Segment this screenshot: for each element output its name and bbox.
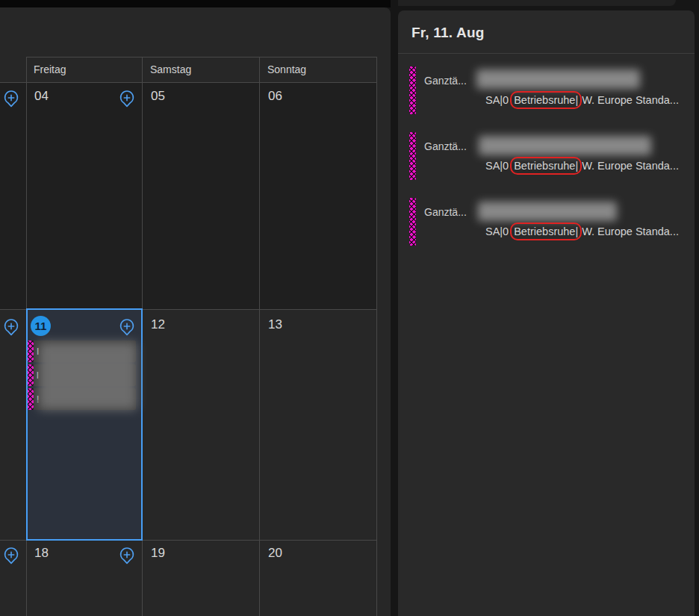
top-toolbar-strip	[0, 0, 391, 7]
event-detail-line: SA|0Betriebsruhe|W. Europe Standa...	[485, 157, 679, 175]
selected-date-badge[interactable]: 11	[31, 316, 51, 336]
add-event-button[interactable]	[119, 90, 134, 108]
detail-suffix: W. Europe Standa...	[582, 94, 679, 106]
highlighted-term: Betriebsruhe|	[510, 223, 582, 240]
detail-suffix: W. Europe Standa...	[582, 160, 679, 172]
top-panel-strip	[398, 0, 676, 6]
day-number: 18	[34, 546, 49, 561]
highlighted-term: Betriebsruhe|	[510, 91, 582, 109]
event-title-fragment: l	[37, 370, 39, 381]
column-header-sunday: Sonntag	[267, 62, 306, 77]
calendar-event-pill[interactable]: !	[28, 388, 136, 410]
category-pink-bar	[28, 364, 34, 386]
all-day-label: Ganztä...	[424, 140, 470, 153]
event-title-fragment: I	[37, 346, 39, 357]
day-number: 19	[151, 546, 165, 561]
dimmed-week-row	[0, 82, 377, 309]
category-pink-bar	[409, 198, 416, 246]
event-title-fragment: !	[37, 394, 39, 405]
add-event-button[interactable]	[119, 547, 134, 565]
add-event-button[interactable]	[4, 547, 19, 565]
agenda-divider	[398, 53, 695, 54]
grid-line	[259, 57, 260, 616]
detail-suffix: W. Europe Standa...	[582, 225, 679, 237]
all-day-label: Ganztä...	[424, 205, 470, 219]
add-event-button[interactable]	[4, 90, 19, 108]
day-number: 13	[268, 317, 282, 332]
agenda-date-title: Fr, 11. Aug	[411, 25, 485, 41]
add-event-button[interactable]	[119, 319, 134, 337]
category-pink-bar	[28, 340, 34, 362]
event-detail-line: SA|0Betriebsruhe|W. Europe Standa...	[485, 91, 679, 109]
grid-line	[26, 57, 377, 57]
category-pink-bar	[28, 388, 34, 410]
grid-line	[0, 82, 377, 83]
column-header-friday: Freitag	[34, 62, 66, 77]
grid-line	[376, 57, 377, 616]
day-number: 04	[34, 89, 49, 104]
day-number: 20	[268, 546, 282, 561]
calendar-event-pill[interactable]: I	[28, 340, 136, 362]
event-detail-line: SA|0Betriebsruhe|W. Europe Standa...	[485, 223, 679, 240]
add-event-button[interactable]	[4, 319, 19, 337]
detail-prefix: SA|0	[485, 94, 509, 106]
day-number: 05	[151, 89, 165, 104]
detail-prefix: SA|0	[485, 160, 509, 172]
column-header-saturday: Samstag	[150, 62, 191, 77]
calendar-event-pill[interactable]: l	[28, 364, 136, 386]
category-pink-bar	[409, 66, 416, 114]
highlighted-term: Betriebsruhe|	[510, 157, 582, 175]
day-number: 12	[151, 317, 165, 332]
calendar-month-view: Freitag Samstag Sonntag 04 05 06 11 12 1…	[0, 0, 699, 616]
category-pink-bar	[409, 132, 416, 180]
detail-prefix: SA|0	[485, 225, 509, 237]
day-number: 06	[268, 89, 282, 104]
all-day-label: Ganztä...	[424, 74, 470, 87]
